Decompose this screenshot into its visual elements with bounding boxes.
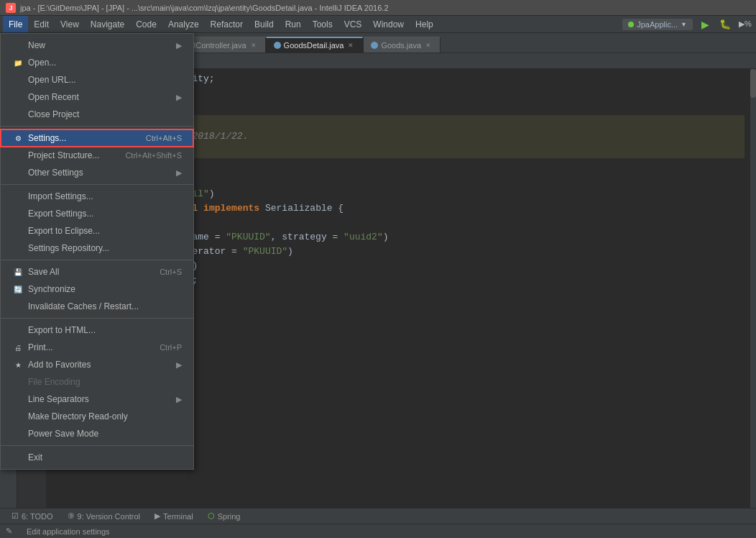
line-separators-arrow-icon: ▶ (176, 395, 182, 404)
add-favorites-icon: ★ (12, 359, 24, 370)
menu-settings[interactable]: ⚙ Settings... Ctrl+Alt+S (1, 129, 193, 147)
status-bar: ✎ Edit application settings (0, 524, 756, 538)
settings-repo-icon (12, 242, 24, 254)
menu-open-url[interactable]: Open URL... (1, 71, 193, 88)
tab-goods[interactable]: Goods.java ✕ (363, 37, 441, 53)
menu-navigate[interactable]: Navigate (85, 16, 130, 32)
tab-close-icon2[interactable]: ✕ (249, 41, 258, 50)
menu-project-structure-label: Project Structure... (28, 150, 99, 160)
add-favorites-arrow-icon: ▶ (176, 360, 182, 370)
menu-tools[interactable]: Tools (307, 16, 338, 32)
menu-invalidate-caches[interactable]: Invalidate Caches / Restart... (1, 298, 193, 315)
window-title: jpa - [E:\GitDemo\JPA] - [JPA] - ...\src… (20, 4, 389, 12)
menu-export-html[interactable]: Export to HTML... (1, 322, 193, 339)
debug-button[interactable]: 🐛 (717, 17, 733, 32)
terminal-icon: ▶ (155, 511, 160, 521)
menu-save-all[interactable]: 💾 Save All Ctrl+S (1, 263, 193, 281)
menu-help[interactable]: Help (410, 16, 439, 32)
menu-print-label: Print... (28, 342, 53, 352)
save-all-shortcut: Ctrl+S (160, 268, 182, 276)
menu-line-separators-label: Line Separators (28, 394, 89, 404)
separator-5 (1, 445, 193, 446)
menu-import-settings[interactable]: Import Settings... (1, 188, 193, 205)
tab-label4: Goods.java (381, 41, 421, 50)
export-eclipse-icon (12, 225, 24, 237)
menu-project-structure[interactable]: Project Structure... Ctrl+Alt+Shift+S (1, 147, 193, 164)
menu-close-project[interactable]: Close Project (1, 106, 193, 123)
menu-run[interactable]: Run (280, 16, 307, 32)
menu-window[interactable]: Window (367, 16, 410, 32)
menu-other-settings[interactable]: Other Settings ▶ (1, 164, 193, 181)
other-settings-icon (12, 167, 24, 178)
menu-invalidate-label: Invalidate Caches / Restart... (28, 301, 139, 311)
menu-settings-repo-label: Settings Repository... (28, 243, 109, 253)
run-button[interactable]: ▶ (697, 17, 713, 32)
tab-goodsdetail[interactable]: GoodsDetail.java ✕ (266, 37, 364, 53)
menu-save-all-label: Save All (28, 267, 59, 277)
app-icon: J (6, 3, 16, 13)
menu-build[interactable]: Build (249, 16, 280, 32)
menu-print[interactable]: 🖨 Print... Ctrl+P (1, 339, 193, 356)
menu-export-eclipse[interactable]: Export to Eclipse... (1, 222, 193, 240)
separator-3 (1, 260, 193, 260)
close-project-icon (12, 109, 24, 120)
menu-open-recent[interactable]: Open Recent ▶ (1, 88, 193, 106)
spring-label: Spring (218, 512, 241, 521)
other-settings-arrow-icon: ▶ (176, 168, 182, 178)
menu-refactor[interactable]: Refactor (205, 16, 249, 32)
export-settings-icon (12, 208, 24, 219)
invalidate-icon (12, 301, 24, 312)
scrollbar-thumb[interactable] (750, 69, 756, 98)
menu-add-favorites[interactable]: ★ Add to Favorites ▶ (1, 356, 193, 373)
menu-make-readonly[interactable]: Make Directory Read-only (1, 408, 193, 425)
menu-view[interactable]: View (55, 16, 85, 32)
new-arrow-icon: ▶ (176, 41, 182, 50)
bottom-tab-spring[interactable]: ⬡ Spring (202, 510, 246, 523)
bottom-tab-vcs[interactable]: ⑨ 9: Version Control (62, 510, 146, 523)
menu-synchronize[interactable]: 🔄 Synchronize (1, 281, 193, 298)
menu-export-settings-label: Export Settings... (28, 209, 93, 219)
menu-new[interactable]: New ▶ (1, 37, 193, 54)
export-html-icon (12, 324, 24, 336)
menu-vcs[interactable]: VCS (338, 16, 368, 32)
menu-analyze[interactable]: Analyze (162, 16, 205, 32)
bottom-tab-terminal[interactable]: ▶ Terminal (149, 510, 199, 523)
bottom-tab-todo[interactable]: ☑ 6: TODO (6, 510, 59, 523)
menu-code[interactable]: Code (130, 16, 162, 32)
make-readonly-icon (12, 411, 24, 422)
todo-label: 6: TODO (22, 512, 53, 521)
import-settings-icon (12, 191, 24, 202)
menu-export-html-label: Export to HTML... (28, 325, 96, 335)
run-config[interactable]: JpaApplic... ▼ (622, 19, 693, 30)
menu-open[interactable]: 📁 Open... (1, 54, 193, 71)
menu-exit-label: Exit (28, 452, 42, 462)
tab-icon-blue2 (371, 42, 378, 49)
separator-2 (1, 184, 193, 185)
menu-export-eclipse-label: Export to Eclipse... (28, 226, 100, 236)
todo-icon: ☑ (11, 511, 19, 521)
menu-exit[interactable]: Exit (1, 449, 193, 466)
print-shortcut: Ctrl+P (160, 343, 182, 352)
tab-close-icon3[interactable]: ✕ (346, 41, 355, 50)
menu-edit[interactable]: Edit (28, 16, 55, 32)
menu-settings-repo[interactable]: Settings Repository... (1, 240, 193, 257)
menu-open-label: Open... (28, 58, 56, 68)
menu-line-separators[interactable]: Line Separators ▶ (1, 391, 193, 408)
file-menu: New ▶ 📁 Open... Open URL... Open Recent … (0, 33, 194, 470)
coverage-button[interactable]: ▶% (737, 17, 753, 32)
menu-export-settings[interactable]: Export Settings... (1, 205, 193, 222)
menu-synchronize-label: Synchronize (28, 284, 75, 294)
vcs-label: 9: Version Control (78, 512, 140, 521)
tab-close-icon4[interactable]: ✕ (424, 41, 433, 50)
print-icon: 🖨 (12, 342, 24, 353)
exit-icon (12, 452, 24, 463)
tab-label3: GoodsDetail.java (284, 41, 344, 50)
save-all-icon: 💾 (12, 266, 24, 278)
run-dropdown-arrow[interactable]: ▼ (681, 21, 687, 28)
menu-power-save[interactable]: Power Save Mode (1, 425, 193, 442)
status-message: Edit application settings (27, 527, 110, 536)
scrollbar-track[interactable] (750, 69, 756, 538)
file-encoding-icon (12, 376, 24, 388)
menu-file[interactable]: File (3, 16, 28, 32)
terminal-label: Terminal (163, 512, 193, 521)
